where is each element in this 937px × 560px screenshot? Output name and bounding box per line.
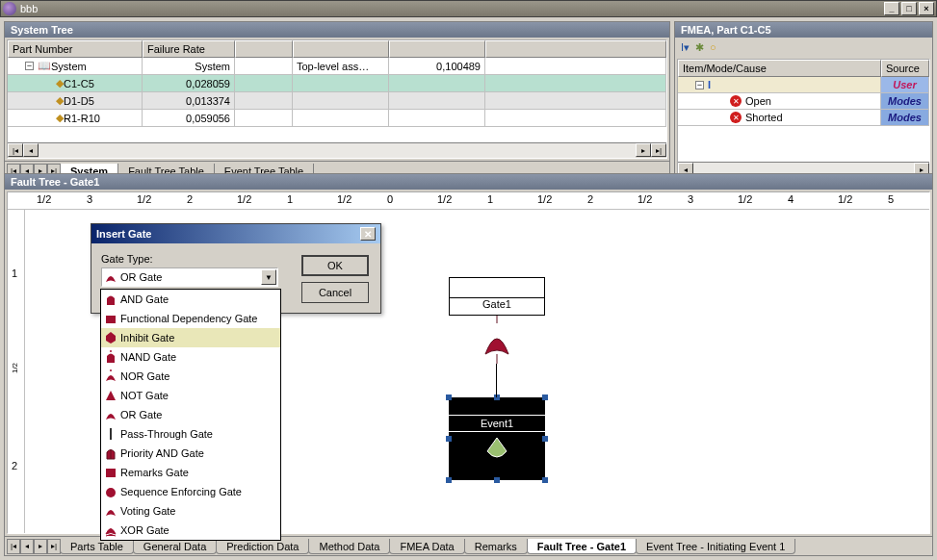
selection-handle[interactable]	[494, 395, 500, 400]
gate-icon	[104, 427, 117, 441]
col-5[interactable]	[389, 40, 485, 58]
table-row[interactable]: ◆ C1-C50,028059	[8, 75, 666, 92]
collapse-icon[interactable]: −	[25, 62, 34, 70]
window-title: bbb	[20, 3, 884, 14]
gate-option-and-gate[interactable]: AND Gate	[101, 290, 280, 309]
collapse-icon[interactable]: −	[695, 81, 704, 89]
col-failure-rate[interactable]: Failure Rate	[143, 40, 235, 58]
gate-node[interactable]: Gate1	[449, 277, 545, 316]
ok-button[interactable]: OK	[301, 255, 369, 276]
maximize-button[interactable]: □	[901, 2, 917, 15]
gate-option-not-gate[interactable]: NOT Gate	[101, 386, 280, 405]
cell-val	[389, 92, 485, 110]
tab-method-data[interactable]: Method Data	[308, 539, 390, 554]
gate-option-pass-through-gate[interactable]: Pass-Through Gate	[101, 424, 280, 444]
table-row[interactable]: ◆ D1-D50,013374	[8, 92, 666, 110]
tab-fault-tree-gate1[interactable]: Fault Tree - Gate1	[527, 539, 637, 554]
gate-option-xor-gate[interactable]: XOR Gate	[101, 521, 280, 540]
ruler-label: 3	[87, 193, 92, 205]
scroll-right-end[interactable]: ▸|	[651, 143, 666, 157]
horizontal-ruler: 1/231/221/211/201/211/221/231/241/25	[8, 192, 929, 210]
event-node[interactable]: Event1	[449, 397, 545, 480]
gate-option-nand-gate[interactable]: NAND Gate	[101, 347, 280, 367]
gate-option-or-gate[interactable]: OR Gate	[101, 405, 280, 424]
fmea-col-source[interactable]: Source	[881, 60, 929, 77]
gate-icon	[104, 466, 117, 479]
cancel-button[interactable]: Cancel	[301, 282, 369, 303]
selection-handle[interactable]	[446, 436, 452, 442]
col-6[interactable]	[485, 40, 666, 58]
gate-option-remarks-gate[interactable]: Remarks Gate	[101, 463, 280, 482]
gate-type-combo[interactable]: OR Gate ▼	[101, 267, 278, 287]
ruler-label: 1/2	[137, 193, 151, 205]
selection-handle[interactable]	[542, 436, 548, 442]
btab-nav-first[interactable]: |◂	[7, 539, 20, 554]
selection-handle[interactable]	[446, 477, 452, 483]
dialog-close-button[interactable]: ✕	[360, 227, 376, 241]
col-3[interactable]	[235, 40, 293, 58]
minimize-button[interactable]: _	[884, 2, 899, 15]
fmea-item[interactable]: ✕Shorted	[678, 110, 881, 126]
gate-type-value: OR Gate	[120, 271, 162, 283]
selection-handle[interactable]	[542, 477, 548, 483]
btab-nav-last[interactable]: ▸|	[47, 539, 61, 554]
cell-name: ◆ D1-D5	[8, 92, 143, 110]
connector-line	[496, 364, 497, 397]
fault-tree-title: Fault Tree - Gate1	[5, 174, 932, 190]
gate-icon	[104, 350, 117, 364]
gate-option-inhibit-gate[interactable]: Inhibit Gate	[101, 328, 280, 347]
or-gate-icon	[482, 316, 512, 364]
close-button[interactable]: ×	[919, 2, 934, 15]
combo-arrow-icon[interactable]: ▼	[261, 269, 276, 285]
fmea-source: Modes	[881, 110, 929, 126]
gate-option-sequence-enforcing-gate[interactable]: Sequence Enforcing Gate	[101, 482, 280, 501]
fmea-tool-gear-icon[interactable]: ✱	[695, 41, 704, 54]
tab-event-tree-initiating-event-1[interactable]: Event Tree - Initiating Event 1	[636, 539, 795, 554]
cell-name: ◆ C1-C5	[8, 75, 143, 92]
cell-val	[389, 75, 485, 92]
tab-remarks[interactable]: Remarks	[464, 539, 528, 554]
col-part-number[interactable]: Part Number	[8, 40, 143, 58]
svg-point-5	[106, 488, 116, 497]
btab-nav-next[interactable]: ▸	[34, 539, 47, 554]
tab-fmea-data[interactable]: FMEA Data	[389, 539, 464, 554]
gate-icon	[104, 389, 117, 402]
vertical-ruler: 1 1/2 2	[8, 210, 25, 533]
table-row[interactable]: ◆ R1-R100,059056	[8, 110, 666, 127]
gate-option-nor-gate[interactable]: NOR Gate	[101, 367, 280, 386]
fmea-col-item[interactable]: Item/Mode/Cause	[678, 60, 881, 77]
fmea-tool-cursor-icon[interactable]: I▾	[681, 41, 690, 54]
gate-option-label: NAND Gate	[120, 351, 176, 363]
table-row[interactable]: −📖 SystemSystemTop-level ass…0,100489	[8, 58, 666, 75]
cell-desc	[293, 110, 389, 127]
selection-handle[interactable]	[542, 395, 548, 400]
gate-option-functional-dependency-gate[interactable]: Functional Dependency Gate	[101, 309, 280, 328]
gate-option-priority-and-gate[interactable]: Priority AND Gate	[101, 444, 280, 463]
event-label: Event1	[449, 415, 545, 432]
scroll-right[interactable]: ▸	[636, 143, 651, 157]
gate-icon	[104, 408, 117, 421]
scroll-left[interactable]: ◂	[23, 143, 39, 157]
gate-option-label: OR Gate	[120, 409, 162, 420]
ruler-label: 5	[888, 193, 894, 205]
col-4[interactable]	[293, 40, 389, 58]
gate-option-label: Voting Gate	[120, 505, 176, 517]
gate-label: Gate1	[450, 297, 544, 310]
selection-handle[interactable]	[494, 477, 500, 483]
or-gate-icon	[104, 270, 117, 284]
svg-point-1	[110, 350, 112, 352]
gate-option-label: AND Gate	[120, 293, 169, 305]
fmea-tool-bulb-icon[interactable]: ○	[710, 41, 716, 53]
scrollbar-track[interactable]	[39, 143, 636, 158]
dialog-title-bar[interactable]: Insert Gate ✕	[91, 224, 380, 243]
gate-option-voting-gate[interactable]: Voting Gate	[101, 501, 280, 521]
selection-handle[interactable]	[446, 395, 452, 400]
btab-nav-prev[interactable]: ◂	[20, 539, 34, 554]
gate-option-label: Functional Dependency Gate	[120, 313, 257, 324]
svg-rect-4	[106, 469, 116, 477]
gate-option-label: Sequence Enforcing Gate	[120, 486, 242, 497]
gate-type-dropdown[interactable]: AND GateFunctional Dependency GateInhibi…	[100, 289, 281, 541]
fmea-item[interactable]: − I	[678, 77, 881, 93]
fmea-item[interactable]: ✕Open	[678, 93, 881, 110]
scroll-left-end[interactable]: |◂	[8, 143, 23, 157]
